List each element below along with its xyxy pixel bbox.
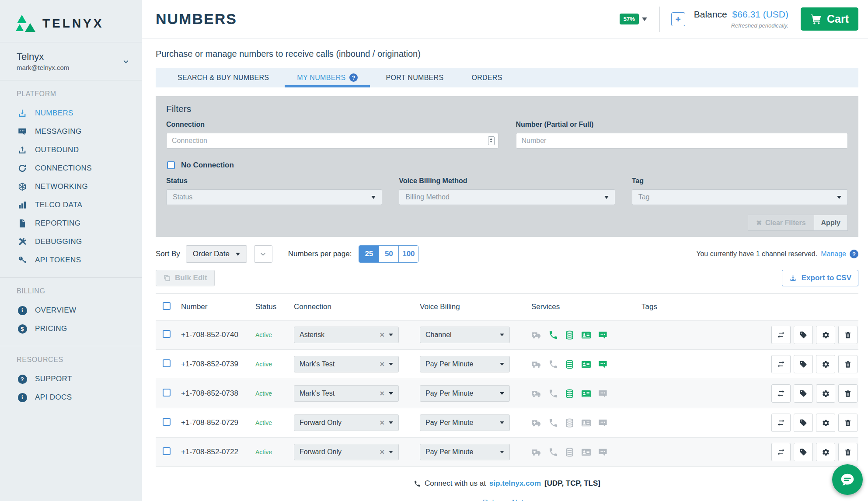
- help-icon[interactable]: ?: [349, 73, 358, 82]
- usage-badge[interactable]: 57%: [620, 14, 639, 24]
- clear-connection-icon[interactable]: ×: [378, 418, 386, 428]
- manage-link[interactable]: Manage: [821, 250, 846, 258]
- table-row: +1-708-852-0740 Active Asterisk × Channe…: [156, 320, 858, 350]
- page-subtitle: Purchase or manage numbers to receive ca…: [156, 49, 858, 59]
- release-notes-link[interactable]: Release Notes: [483, 498, 532, 501]
- tag-button[interactable]: [794, 384, 813, 403]
- settings-button[interactable]: [816, 326, 835, 344]
- tag-icon: [799, 331, 807, 339]
- sidebar-item-outbound[interactable]: OUTBOUND: [17, 141, 142, 159]
- tag-button[interactable]: [794, 414, 813, 432]
- no-connection-checkbox[interactable]: [167, 161, 175, 169]
- connection-select[interactable]: Forward Only ×: [294, 444, 399, 460]
- transfer-button[interactable]: [771, 355, 791, 373]
- connection-filter-input[interactable]: [166, 133, 498, 149]
- tab-orders[interactable]: ORDERS: [459, 68, 514, 87]
- settings-button[interactable]: [816, 355, 835, 373]
- delete-button[interactable]: [838, 355, 858, 373]
- per-page-option-25[interactable]: 25: [359, 246, 379, 262]
- tag-button[interactable]: [794, 355, 813, 373]
- account-switcher[interactable]: Telnyx mark@telnyx.com: [0, 42, 142, 80]
- add-funds-button[interactable]: +: [671, 12, 685, 26]
- help-icon[interactable]: ?: [850, 250, 858, 258]
- delete-button[interactable]: [838, 384, 858, 403]
- row-checkbox[interactable]: [163, 418, 171, 426]
- per-page-option-50[interactable]: 50: [379, 246, 398, 262]
- transfer-button[interactable]: [771, 384, 791, 403]
- usage-caret-icon[interactable]: [642, 17, 647, 24]
- delete-button[interactable]: [838, 326, 858, 344]
- row-checkbox[interactable]: [163, 447, 171, 455]
- chevron-down-icon: [837, 196, 841, 201]
- services-cell: [531, 418, 641, 428]
- status-filter-select[interactable]: Status: [166, 189, 382, 205]
- tab-my-numbers[interactable]: MY NUMBERS ?: [285, 68, 370, 87]
- sidebar-item-connections[interactable]: CONNECTIONS: [17, 159, 142, 177]
- sidebar-item-api-docs[interactable]: API DOCS: [17, 388, 142, 407]
- row-actions: [759, 443, 858, 461]
- sort-direction-button[interactable]: [254, 245, 272, 263]
- clear-connection-icon[interactable]: ×: [378, 360, 386, 369]
- cart-button[interactable]: Cart: [801, 7, 858, 31]
- sidebar-item-numbers[interactable]: NUMBERS: [17, 104, 142, 122]
- number-filter-input[interactable]: [516, 133, 848, 149]
- globe-icon: [17, 182, 28, 191]
- settings-button[interactable]: [816, 414, 835, 432]
- voice-billing-select[interactable]: Pay Per Minute: [420, 356, 510, 372]
- sort-field-select[interactable]: Order Date: [186, 245, 247, 263]
- clear-filters-button[interactable]: ✖ Clear Filters: [748, 215, 814, 231]
- voice-billing-filter-select[interactable]: Billing Method: [399, 189, 615, 205]
- delete-button[interactable]: [838, 414, 858, 432]
- transfer-button[interactable]: [771, 326, 791, 344]
- table-row: +1-708-852-0722 Active Forward Only × Pa…: [156, 438, 858, 467]
- connection-select-value: Asterisk: [300, 331, 324, 339]
- settings-button[interactable]: [816, 384, 835, 403]
- row-checkbox[interactable]: [163, 330, 171, 338]
- clear-connection-icon[interactable]: ×: [378, 331, 386, 340]
- sidebar-item-pricing[interactable]: PRICING: [17, 320, 142, 338]
- apply-filters-button[interactable]: Apply: [814, 215, 848, 231]
- telnyx-logo[interactable]: TELNYX: [0, 13, 142, 42]
- connection-select[interactable]: Forward Only ×: [294, 414, 399, 431]
- tag-filter-select[interactable]: Tag: [632, 189, 848, 205]
- delete-button[interactable]: [838, 443, 858, 461]
- sidebar-item-messaging[interactable]: MESSAGING: [17, 122, 142, 141]
- sidebar-item-support[interactable]: SUPPORT: [17, 370, 142, 388]
- sidebar-item-reporting[interactable]: REPORTING: [17, 214, 142, 233]
- voice-billing-select[interactable]: Pay Per Minute: [420, 414, 510, 431]
- sidebar-item-networking[interactable]: NETWORKING: [17, 177, 142, 196]
- row-checkbox[interactable]: [163, 389, 171, 397]
- clear-connection-icon[interactable]: ×: [378, 448, 386, 457]
- per-page-option-100[interactable]: 100: [398, 246, 418, 262]
- tab-search-buy-numbers[interactable]: SEARCH & BUY NUMBERS: [165, 68, 281, 87]
- sidebar-item-debugging[interactable]: DEBUGGING: [17, 233, 142, 251]
- row-status: Active: [255, 449, 294, 456]
- tag-button[interactable]: [794, 443, 813, 461]
- chat-widget-button[interactable]: [832, 464, 863, 495]
- connection-select[interactable]: Mark's Test ×: [294, 385, 399, 402]
- upload-icon: [17, 145, 28, 155]
- settings-button[interactable]: [816, 443, 835, 461]
- sip-link[interactable]: sip.telnyx.com: [489, 479, 541, 488]
- balance-value-link[interactable]: $66.31 (USD): [732, 9, 788, 20]
- storage-database-icon: [565, 418, 575, 428]
- select-all-checkbox[interactable]: [163, 302, 171, 310]
- connection-select[interactable]: Asterisk ×: [294, 327, 399, 343]
- row-checkbox[interactable]: [163, 359, 171, 367]
- voice-billing-select[interactable]: Pay Per Minute: [420, 385, 510, 402]
- tag-button[interactable]: [794, 326, 813, 344]
- sidebar-item-api-tokens[interactable]: API TOKENS: [17, 251, 142, 269]
- combobox-toggle-icon[interactable]: [488, 136, 495, 145]
- export-csv-button[interactable]: Export to CSV: [782, 270, 858, 286]
- transfer-button[interactable]: [771, 443, 791, 461]
- sidebar-item-overview[interactable]: OVERVIEW: [17, 301, 142, 320]
- transfer-button[interactable]: [771, 414, 791, 432]
- voice-billing-select[interactable]: Pay Per Minute: [420, 444, 510, 460]
- balance-label: Balance: [694, 9, 727, 20]
- tab-port-numbers[interactable]: PORT NUMBERS: [373, 68, 456, 87]
- clear-connection-icon[interactable]: ×: [378, 389, 386, 398]
- bulk-edit-button[interactable]: Bulk Edit: [156, 270, 215, 286]
- sidebar-item-telco-data[interactable]: TELCO DATA: [17, 196, 142, 214]
- connection-select[interactable]: Mark's Test ×: [294, 356, 399, 372]
- voice-billing-select[interactable]: Channel: [420, 327, 510, 343]
